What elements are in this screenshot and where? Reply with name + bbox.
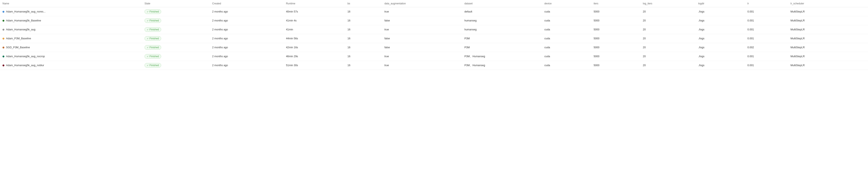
cell-lr: 0.001 — [745, 25, 788, 34]
runs-table: Name State Created Runtime bs data_augme… — [0, 0, 868, 70]
cell-lr_scheduler: MultiStepLR — [788, 25, 868, 34]
col-header-lr-scheduler[interactable]: lr_scheduler — [788, 0, 868, 7]
cell-bs: 16 — [345, 34, 382, 43]
run-name-container: Adam_Humanseg5k_Baseline — [2, 19, 140, 22]
cell-iters: 5000 — [591, 43, 640, 52]
table-header-row: Name State Created Runtime bs data_augme… — [0, 0, 868, 7]
cell-iters: 5000 — [591, 25, 640, 34]
run-name-container: Adam_Humanseg5k_aug_noblur — [2, 64, 140, 67]
cell-logdir: ./logs — [696, 52, 745, 61]
table-row[interactable]: Adam_Humanseg5k_aug_noblur ✓ Finished 2 … — [0, 61, 868, 70]
run-name-text: Adam_Humanseg5k_aug_nocrop — [6, 55, 45, 58]
cell-bs: 16 — [345, 25, 382, 34]
col-header-device[interactable]: device — [542, 0, 591, 7]
col-header-bs[interactable]: bs — [345, 0, 382, 7]
col-header-log-iters[interactable]: log_iters — [640, 0, 696, 7]
table-row[interactable]: Adam_Humanseg5k_aug_nocrop ✓ Finished 2 … — [0, 52, 868, 61]
check-icon: ✓ — [147, 28, 149, 31]
cell-lr_scheduler: MultiStepLR — [788, 61, 868, 70]
status-badge: ✓ Finished — [145, 27, 161, 32]
status-label: Finished — [150, 19, 159, 22]
cell-name: Adam_Humanseg5k_aug_nocrop — [0, 52, 142, 61]
cell-runtime: 41min — [283, 25, 345, 34]
run-name-container: Adam_Humanseg5k_aug_nocrop — [2, 55, 140, 58]
col-header-state[interactable]: State — [142, 0, 210, 7]
cell-runtime: 44min 56s — [283, 34, 345, 43]
cell-created: 2 months ago — [210, 61, 284, 70]
cell-data_augmentation: false — [382, 43, 462, 52]
check-icon: ✓ — [147, 46, 149, 49]
table-row[interactable]: Adam_Humanseg5k_aug ✓ Finished 2 months … — [0, 25, 868, 34]
cell-lr_scheduler: MultiStepLR — [788, 52, 868, 61]
cell-state: ✓ Finished — [142, 34, 210, 43]
cell-dataset: P3M、Humanseg — [462, 52, 542, 61]
cell-state: ✓ Finished — [142, 61, 210, 70]
cell-name: Adam_Humanseg5k_Baseline — [0, 16, 142, 25]
cell-lr: 0.001 — [745, 34, 788, 43]
cell-log_iters: 20 — [640, 61, 696, 70]
status-badge: ✓ Finished — [145, 36, 161, 41]
cell-runtime: 46min 29s — [283, 52, 345, 61]
col-header-dataset[interactable]: dataset — [462, 0, 542, 7]
status-label: Finished — [150, 37, 159, 40]
cell-data_augmentation: false — [382, 16, 462, 25]
col-header-runtime[interactable]: Runtime — [283, 0, 345, 7]
cell-created: 2 months ago — [210, 7, 284, 16]
cell-dataset: P3M — [462, 34, 542, 43]
col-header-iters[interactable]: iters — [591, 0, 640, 7]
cell-bs: 16 — [345, 16, 382, 25]
cell-log_iters: 20 — [640, 52, 696, 61]
cell-iters: 5000 — [591, 16, 640, 25]
status-label: Finished — [150, 10, 159, 13]
cell-created: 2 months ago — [210, 34, 284, 43]
status-badge: ✓ Finished — [145, 63, 161, 68]
col-header-data-augmentation[interactable]: data_augmentation — [382, 0, 462, 7]
cell-lr_scheduler: MultiStepLR — [788, 43, 868, 52]
cell-dataset: P3M、Humanseg — [462, 61, 542, 70]
cell-iters: 5000 — [591, 61, 640, 70]
cell-device: cuda — [542, 7, 591, 16]
runs-table-container: Name State Created Runtime bs data_augme… — [0, 0, 868, 70]
cell-device: cuda — [542, 52, 591, 61]
cell-lr_scheduler: MultiStepLR — [788, 7, 868, 16]
cell-data_augmentation: true — [382, 52, 462, 61]
col-header-name[interactable]: Name — [0, 0, 142, 7]
table-row[interactable]: SGD_P3M_Baseline ✓ Finished 2 months ago… — [0, 43, 868, 52]
table-row[interactable]: Adam_Humanseg5k_aug_nores... ✓ Finished … — [0, 7, 868, 16]
cell-logdir: ./logs — [696, 25, 745, 34]
cell-logdir: ./logs — [696, 16, 745, 25]
run-dot — [2, 38, 4, 40]
table-row[interactable]: Adam_Humanseg5k_Baseline ✓ Finished 2 mo… — [0, 16, 868, 25]
run-name-text: Adam_Humanseg5k_aug_nores... — [6, 10, 45, 13]
cell-data_augmentation: true — [382, 7, 462, 16]
run-name-text: Adam_Humanseg5k_Baseline — [6, 19, 41, 22]
status-badge: ✓ Finished — [145, 54, 161, 59]
cell-bs: 16 — [345, 7, 382, 16]
col-header-logdir[interactable]: logdir — [696, 0, 745, 7]
cell-runtime: 42min 16s — [283, 43, 345, 52]
cell-state: ✓ Finished — [142, 43, 210, 52]
cell-lr_scheduler: MultiStepLR — [788, 34, 868, 43]
cell-lr: 0.001 — [745, 7, 788, 16]
cell-log_iters: 20 — [640, 34, 696, 43]
check-icon: ✓ — [147, 10, 149, 13]
status-badge: ✓ Finished — [145, 45, 161, 50]
col-header-created[interactable]: Created — [210, 0, 284, 7]
status-label: Finished — [150, 55, 159, 58]
table-row[interactable]: Adam_P3M_Baseline ✓ Finished 2 months ag… — [0, 34, 868, 43]
cell-name: Adam_Humanseg5k_aug_nores... — [0, 7, 142, 16]
cell-log_iters: 20 — [640, 25, 696, 34]
col-header-lr[interactable]: lr — [745, 0, 788, 7]
cell-logdir: ./logs — [696, 43, 745, 52]
cell-data_augmentation: true — [382, 61, 462, 70]
cell-dataset: default — [462, 7, 542, 16]
cell-device: cuda — [542, 61, 591, 70]
cell-bs: 16 — [345, 52, 382, 61]
cell-log_iters: 20 — [640, 16, 696, 25]
cell-log_iters: 20 — [640, 43, 696, 52]
cell-created: 2 months ago — [210, 16, 284, 25]
run-dot — [2, 55, 4, 58]
run-name-container: Adam_Humanseg5k_aug_nores... — [2, 10, 140, 13]
run-name-text: Adam_P3M_Baseline — [6, 37, 31, 40]
run-name-container: Adam_Humanseg5k_aug — [2, 28, 140, 31]
